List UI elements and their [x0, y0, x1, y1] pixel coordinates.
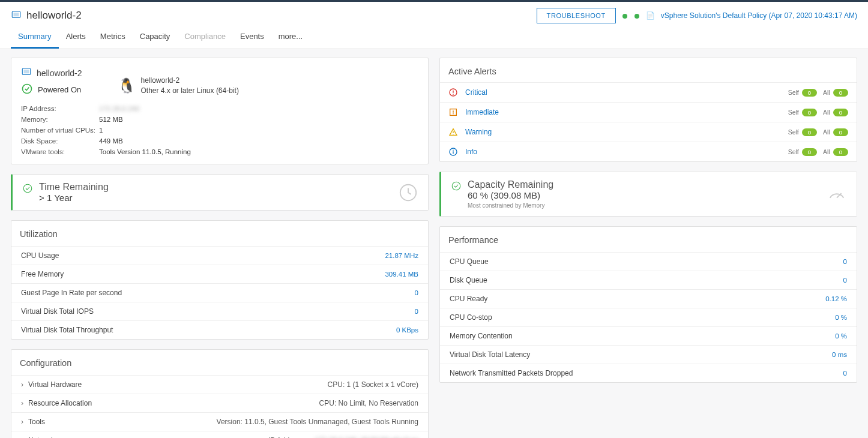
- alert-self-count[interactable]: 0: [802, 89, 817, 97]
- alert-self-label: Self: [788, 148, 799, 155]
- metric-value[interactable]: 0: [415, 289, 418, 296]
- configuration-title: Configuration: [11, 350, 428, 375]
- utilization-row: Virtual Disk Total IOPS0: [11, 302, 428, 320]
- prop-value-tools: Tools Version 11.0.5, Running: [99, 148, 418, 155]
- alert-all-count[interactable]: 0: [833, 148, 848, 156]
- performance-row: Disk Queue0: [440, 271, 857, 289]
- alert-level-link[interactable]: Warning: [465, 128, 781, 136]
- prop-label-tools: VMware tools:: [21, 148, 99, 155]
- prop-value-disk: 449 MB: [99, 137, 418, 145]
- alert-all-count[interactable]: 0: [833, 128, 848, 136]
- metric-value[interactable]: 0: [843, 258, 847, 265]
- metric-value[interactable]: 309.41 MB: [385, 271, 418, 278]
- metric-value[interactable]: 0.12 %: [825, 295, 847, 302]
- capacity-remaining-card: Capacity Remaining 60 % (309.08 MB) Most…: [439, 172, 857, 217]
- metric-label: Memory Contention: [450, 332, 513, 340]
- svg-point-18: [453, 150, 454, 151]
- tab-compliance[interactable]: Compliance: [177, 23, 233, 49]
- immediate-icon: [448, 107, 458, 117]
- prop-value-mem: 512 MB: [99, 116, 418, 123]
- metric-value[interactable]: 0: [415, 308, 418, 315]
- alert-row-info: InfoSelf0All0: [440, 142, 857, 161]
- svg-point-3: [634, 14, 639, 19]
- tab-alerts[interactable]: Alerts: [59, 23, 93, 49]
- svg-point-7: [23, 184, 32, 193]
- alert-self-label: Self: [788, 109, 799, 116]
- alert-self-count[interactable]: 0: [802, 109, 817, 116]
- config-row: ›NetworkIP Addresses 172.28.0.240, 00:50…: [11, 431, 428, 438]
- alert-row-immediate: ImmediateSelf0All0: [440, 102, 857, 122]
- metric-label: CPU Queue: [450, 257, 489, 266]
- info-icon: [448, 147, 458, 157]
- troubleshoot-button[interactable]: TROUBLESHOOT: [537, 8, 616, 23]
- metric-label: Network Transmitted Packets Dropped: [450, 369, 573, 377]
- time-remaining-value: > 1 Year: [39, 193, 109, 203]
- vm-name: helloworld-2: [37, 68, 82, 78]
- alert-self-count[interactable]: 0: [802, 128, 817, 136]
- metric-value[interactable]: 0 ms: [832, 351, 847, 358]
- alert-self-count[interactable]: 0: [802, 148, 817, 156]
- utilization-row: Guest Page In Rate per second0: [11, 283, 428, 302]
- gauge-icon: [827, 184, 847, 205]
- performance-title: Performance: [440, 227, 857, 252]
- metric-value[interactable]: 0: [843, 370, 847, 377]
- prop-label-cpu: Number of virtual CPUs:: [21, 127, 99, 134]
- tab-capacity[interactable]: Capacity: [133, 23, 178, 49]
- tab-events[interactable]: Events: [233, 23, 271, 49]
- page-title: helloworld-2: [26, 10, 82, 22]
- svg-point-16: [453, 134, 453, 134]
- power-status: Powered On: [38, 85, 81, 94]
- metric-label: CPU Co-stop: [450, 313, 492, 322]
- active-alerts-title: Active Alerts: [440, 58, 857, 82]
- svg-point-2: [622, 14, 627, 19]
- prop-label-ip: IP Address:: [21, 105, 99, 112]
- metric-label: Free Memory: [21, 270, 64, 278]
- policy-link[interactable]: vSphere Solution's Default Policy (Apr 0…: [661, 11, 857, 20]
- alert-all-label: All: [823, 109, 830, 116]
- alert-all-label: All: [823, 128, 830, 136]
- alert-all-count[interactable]: 0: [833, 109, 848, 116]
- utilization-row: CPU Usage21.87 MHz: [11, 246, 428, 265]
- configuration-card: Configuration ›Virtual HardwareCPU: 1 (1…: [11, 349, 429, 438]
- tab-metrics[interactable]: Metrics: [93, 23, 133, 49]
- alert-level-link[interactable]: Immediate: [465, 108, 781, 116]
- utilization-title: Utilization: [11, 221, 428, 246]
- metric-value[interactable]: 0: [843, 277, 847, 284]
- config-row: ›Virtual HardwareCPU: 1 (1 Socket x 1 vC…: [11, 375, 428, 394]
- expand-chevron-icon[interactable]: ›: [21, 399, 23, 407]
- utilization-row: Free Memory309.41 MB: [11, 265, 428, 283]
- page-header: helloworld-2 TROUBLESHOOT 📄 vSphere Solu…: [0, 2, 868, 23]
- time-remaining-title: Time Remaining: [39, 182, 109, 193]
- capacity-value: 60 % (309.08 MB): [468, 190, 553, 200]
- config-value: Version: 11.0.5, Guest Tools Unmanaged, …: [217, 418, 418, 426]
- capacity-title: Capacity Remaining: [468, 179, 553, 190]
- status-dot-sync: [634, 13, 640, 19]
- linux-icon: 🐧: [118, 77, 136, 94]
- metric-value[interactable]: 0 %: [835, 314, 847, 321]
- tab-summary[interactable]: Summary: [11, 23, 59, 49]
- warning-icon: [448, 127, 458, 137]
- alert-level-link[interactable]: Info: [465, 148, 781, 156]
- performance-row: Network Transmitted Packets Dropped0: [440, 364, 857, 382]
- utilization-card: Utilization CPU Usage21.87 MHzFree Memor…: [11, 220, 429, 340]
- metric-value[interactable]: 21.87 MHz: [385, 252, 418, 259]
- utilization-row: Virtual Disk Total Throughput0 KBps: [11, 320, 428, 339]
- alert-all-count[interactable]: 0: [833, 89, 848, 97]
- time-ok-icon: [22, 182, 33, 196]
- metric-label: Virtual Disk Total Latency: [450, 350, 530, 359]
- metric-value[interactable]: 0 %: [835, 332, 847, 340]
- tab-more[interactable]: more...: [271, 23, 310, 49]
- alert-all-label: All: [823, 148, 830, 155]
- expand-chevron-icon[interactable]: ›: [21, 418, 23, 426]
- performance-row: CPU Co-stop0 %: [440, 308, 857, 326]
- expand-chevron-icon[interactable]: ›: [21, 380, 23, 389]
- config-row: ›ToolsVersion: 11.0.5, Guest Tools Unman…: [11, 412, 428, 431]
- performance-row: Memory Contention0 %: [440, 326, 857, 345]
- capacity-sub: Most constrained by Memory: [468, 202, 553, 209]
- alert-row-critical: CriticalSelf0All0: [440, 82, 857, 102]
- metric-value[interactable]: 0 KBps: [396, 326, 418, 334]
- alert-level-link[interactable]: Critical: [465, 88, 781, 97]
- metric-label: Virtual Disk Total IOPS: [21, 307, 94, 316]
- performance-row: CPU Ready0.12 %: [440, 289, 857, 308]
- metric-label: Guest Page In Rate per second: [21, 289, 122, 297]
